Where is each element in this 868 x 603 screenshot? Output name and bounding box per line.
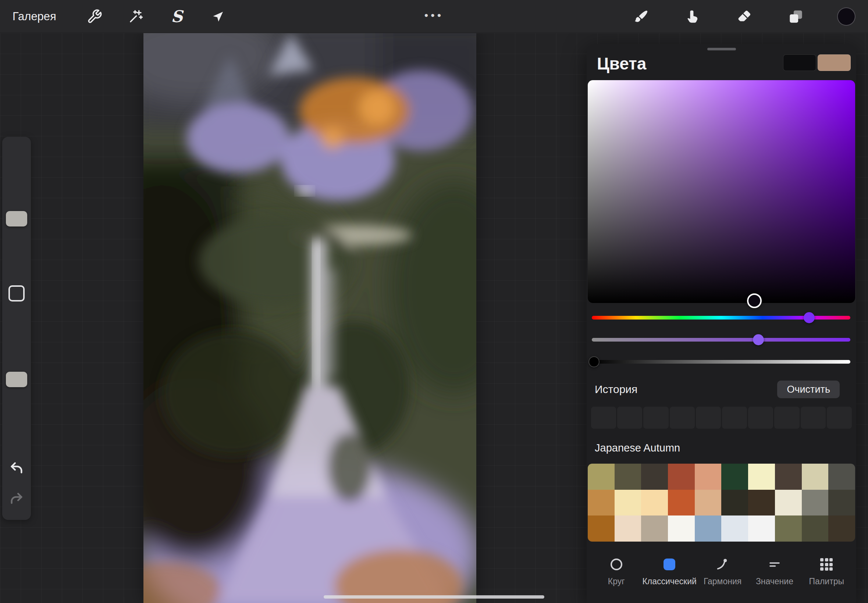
side-toolbar	[2, 137, 31, 520]
undo-button[interactable]	[7, 458, 26, 477]
artwork-image	[144, 33, 476, 603]
palettes-grid-icon	[820, 558, 833, 571]
selection-button[interactable]: S	[167, 6, 187, 27]
history-slot	[722, 407, 747, 429]
palette-swatch[interactable]	[721, 464, 748, 490]
home-indicator[interactable]	[324, 595, 544, 598]
wrench-icon	[87, 9, 102, 24]
disc-icon	[611, 558, 622, 570]
hue-slider-handle[interactable]	[804, 312, 815, 323]
procreate-app: Галерея S	[0, 0, 868, 603]
palette-swatch[interactable]	[748, 464, 775, 490]
tab-disc[interactable]: Круг	[590, 556, 642, 586]
history-label: История	[595, 383, 637, 396]
top-toolbar: Галерея S	[0, 0, 868, 33]
saturation-brightness-square[interactable]	[588, 80, 855, 303]
tab-label-harmony: Гармония	[704, 577, 741, 586]
primary-color-swatch[interactable]	[783, 54, 816, 71]
actions-button[interactable]	[84, 6, 105, 27]
opacity-slider-handle[interactable]	[6, 372, 27, 387]
brush-icon	[634, 9, 649, 24]
redo-button[interactable]	[7, 489, 26, 508]
redo-arrow-icon	[9, 491, 24, 506]
palette-swatch[interactable]	[641, 464, 668, 490]
secondary-color-swatch[interactable]	[818, 54, 851, 71]
palette-swatch[interactable]	[721, 515, 748, 541]
palette-swatch[interactable]	[802, 464, 829, 490]
history-slot	[591, 407, 616, 429]
palette-swatch[interactable]	[748, 515, 775, 541]
palette-swatch[interactable]	[828, 515, 855, 541]
paint-tool-button[interactable]	[631, 6, 652, 27]
history-slot	[748, 407, 773, 429]
smudge-finger-icon	[685, 9, 701, 24]
palette-swatch[interactable]	[668, 515, 695, 541]
saturation-slider-handle[interactable]	[753, 334, 764, 345]
brightness-slider-handle[interactable]	[588, 356, 599, 367]
saturation-track	[592, 338, 850, 342]
palette-swatch[interactable]	[828, 490, 855, 516]
color-panel: Цвета История Очистить Japanese Autumn	[586, 44, 856, 603]
palette-swatch[interactable]	[695, 515, 722, 541]
color-picker-cursor[interactable]	[747, 294, 762, 308]
layers-icon	[788, 9, 804, 24]
palette-swatch[interactable]	[588, 515, 614, 541]
palette-swatch[interactable]	[748, 490, 775, 516]
magic-wand-icon	[128, 9, 144, 24]
saturation-slider[interactable]	[592, 334, 850, 345]
eraser-tool-button[interactable]	[734, 6, 755, 27]
clear-history-button[interactable]: Очистить	[777, 380, 840, 398]
palette-swatch[interactable]	[775, 490, 802, 516]
gallery-button[interactable]: Галерея	[12, 10, 56, 23]
modify-button[interactable]	[8, 285, 25, 302]
palette-swatch[interactable]	[775, 515, 802, 541]
transform-button[interactable]	[208, 6, 228, 27]
tab-label-value: Значение	[756, 577, 793, 586]
palette-swatch[interactable]	[668, 464, 695, 490]
palette-swatch[interactable]	[828, 464, 855, 490]
layers-button[interactable]	[786, 6, 806, 27]
panel-title: Цвета	[597, 54, 646, 74]
history-strip	[591, 407, 852, 429]
color-mode-tabs: Круг Классический Гармония	[590, 556, 853, 586]
palette-swatch[interactable]	[614, 515, 641, 541]
history-slot	[827, 407, 852, 429]
palette-swatch[interactable]	[802, 490, 829, 516]
palette-swatch[interactable]	[588, 464, 614, 490]
hue-slider[interactable]	[592, 312, 850, 323]
history-slot	[801, 407, 826, 429]
palette-swatch[interactable]	[775, 464, 802, 490]
overflow-dots-button[interactable]: •••	[424, 9, 444, 22]
panel-drag-handle[interactable]	[707, 48, 736, 50]
palette-swatch[interactable]	[721, 490, 748, 516]
harmony-icon	[716, 558, 729, 571]
color-swatch-pair	[783, 54, 851, 71]
palette-swatch[interactable]	[668, 490, 695, 516]
artwork-canvas[interactable]	[144, 33, 476, 603]
palette-swatch[interactable]	[614, 464, 641, 490]
adjustments-button[interactable]	[125, 6, 146, 27]
palette-swatch[interactable]	[695, 464, 722, 490]
smudge-tool-button[interactable]	[682, 6, 703, 27]
history-slot	[643, 407, 668, 429]
palette-swatch[interactable]	[641, 490, 668, 516]
palette-swatch[interactable]	[695, 490, 722, 516]
value-lines-icon	[768, 558, 781, 571]
history-slot	[670, 407, 695, 429]
tab-harmony[interactable]: Гармония	[696, 556, 749, 586]
brightness-track	[592, 360, 850, 363]
palette-name: Japanese Autumn	[595, 442, 680, 454]
tab-palettes[interactable]: Палитры	[801, 556, 853, 586]
tab-value[interactable]: Значение	[749, 556, 800, 586]
palette-swatch[interactable]	[802, 515, 829, 541]
palette-swatch[interactable]	[614, 490, 641, 516]
tab-classic[interactable]: Классический	[642, 556, 696, 586]
brightness-slider[interactable]	[592, 356, 850, 367]
palette-swatch[interactable]	[588, 490, 614, 516]
eraser-icon	[737, 9, 752, 24]
current-color-button[interactable]	[837, 7, 856, 26]
palette-swatch[interactable]	[641, 515, 668, 541]
history-slot	[774, 407, 799, 429]
undo-arrow-icon	[9, 460, 24, 475]
brush-size-slider-handle[interactable]	[6, 211, 27, 226]
